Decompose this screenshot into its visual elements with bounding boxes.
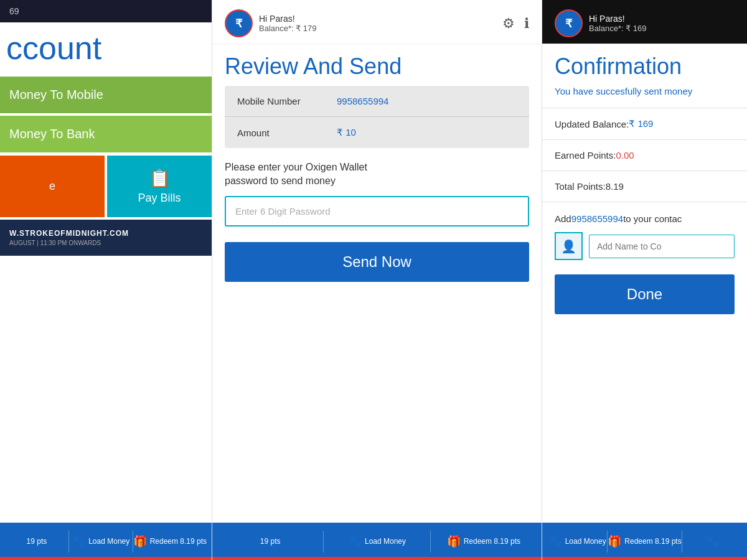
logo-area: ₹ Hi Paras! Balance*: ₹ 179 [225, 9, 317, 37]
promo-title: W.STROKEOFMIDNIGHT.COM [9, 229, 202, 238]
earned-points-value: 0.00 [616, 150, 634, 161]
success-text: You have succesfully sent money [542, 86, 747, 103]
rupee-icon: ₹ [235, 17, 242, 30]
panel2-redeem[interactable]: 🎁 Redeem 8.19 pts [431, 534, 537, 548]
panel3-bottom-bar: 🐾 Load Money 🎁 Redeem 8.19 pts 🐾 [542, 523, 747, 560]
divider3 [542, 170, 747, 171]
password-input[interactable] [225, 196, 529, 226]
info-icon[interactable]: ℹ [524, 16, 529, 32]
panel1-redeem[interactable]: 🎁 Redeem 8.19 pts [133, 534, 207, 548]
panel1-header-text: 69 [9, 6, 19, 16]
earned-points-row: Earned Points: 0.00 [542, 145, 747, 166]
password-section: Please enter your Oxigen Walletpassword … [212, 148, 542, 233]
red-line3 [542, 557, 747, 560]
money-to-bank-item[interactable]: Money To Bank [0, 116, 212, 152]
panel2-hi-text: Hi Paras! [259, 14, 317, 24]
panel1-menu: Money To Mobile Money To Bank [0, 73, 212, 156]
total-points-label: Total Points: [555, 181, 606, 192]
panel3-load-money[interactable]: 🐾 Load Money [547, 534, 607, 548]
total-points-row: Total Points: 8.19 [542, 176, 747, 197]
updated-balance-label: Updated Balance: [555, 119, 629, 129]
review-amount-row: Amount ₹ 10 [225, 117, 529, 148]
bill-icon: 📋 [149, 168, 171, 189]
updated-balance-value: ₹ 169 [629, 118, 653, 129]
load-icon3: 🐾 [548, 534, 562, 548]
contact-row: 👤 [555, 232, 735, 260]
redeem-icon3: 🎁 [608, 534, 621, 548]
redeem-icon2: 🎁 [447, 534, 461, 548]
red-line2 [212, 557, 542, 560]
sub-item-e[interactable]: e [0, 156, 105, 217]
review-box: Mobile Number 9958655994 Amount ₹ 10 [225, 86, 529, 148]
panel-review: ₹ Hi Paras! Balance*: ₹ 179 ⚙ ℹ Review A… [212, 0, 542, 560]
panel3-load-money2[interactable]: 🐾 [682, 534, 742, 548]
panel3-oxigen-logo: ₹ [555, 9, 583, 37]
panel2-pts: 19 pts [217, 537, 323, 546]
redeem-icon: 🎁 [133, 534, 147, 548]
load-icon2: 🐾 [348, 534, 362, 548]
panel2-balance: Balance*: ₹ 179 [259, 24, 317, 33]
mobile-label: Mobile Number [237, 96, 337, 106]
panel3-logo-area: ₹ Hi Paras! Balance*: ₹ 169 [555, 9, 647, 37]
earned-points-label: Earned Points: [555, 150, 616, 161]
money-to-mobile-item[interactable]: Money To Mobile [0, 77, 212, 113]
divider4 [542, 202, 747, 202]
panel3-redeem[interactable]: 🎁 Redeem 8.19 pts [608, 534, 681, 548]
password-label: Please enter your Oxigen Walletpassword … [225, 161, 529, 189]
amount-value: ₹ 10 [337, 127, 356, 138]
panel2-header: ₹ Hi Paras! Balance*: ₹ 179 ⚙ ℹ [212, 0, 542, 44]
rupee-icon2: ₹ [565, 17, 572, 30]
contact-avatar: 👤 [555, 232, 583, 260]
panel3-header: ₹ Hi Paras! Balance*: ₹ 169 [542, 0, 747, 44]
mobile-value: 9958655994 [337, 96, 388, 106]
oxigen-logo: ₹ [225, 9, 253, 37]
panel3-balance: Balance*: ₹ 169 [589, 24, 647, 33]
contact-name-input[interactable] [589, 235, 735, 258]
updated-balance-row: Updated Balance: ₹ 169 [542, 113, 747, 134]
panel2-load-money[interactable]: 🐾 Load Money [324, 534, 430, 548]
person-icon: 👤 [561, 239, 576, 254]
red-line [0, 557, 212, 560]
send-now-button[interactable]: Send Now [225, 242, 529, 282]
divider1 [542, 108, 747, 108]
panel3-title: Confirmation [542, 44, 747, 86]
panel2-title: Review And Send [212, 44, 542, 86]
panel1-pts: 19 pts [5, 537, 68, 546]
panel2-icons: ⚙ ℹ [502, 16, 529, 32]
done-button[interactable]: Done [555, 274, 735, 314]
settings-icon[interactable]: ⚙ [502, 16, 515, 32]
panel1-promo: W.STROKEOFMIDNIGHT.COM AUGUST | 11:30 PM… [0, 220, 212, 256]
panel3-user-info: Hi Paras! Balance*: ₹ 169 [589, 14, 647, 33]
divider2 [542, 139, 747, 140]
total-points-value: 8.19 [606, 181, 624, 192]
panel2-bottom-bar: 19 pts 🐾 Load Money 🎁 Redeem 8.19 pts [212, 523, 542, 560]
load-icon: 🐾 [72, 534, 85, 548]
panel1-bottom-bar: 19 pts 🐾 Load Money 🎁 Redeem 8.19 pts [0, 523, 212, 560]
panel-confirmation: ₹ Hi Paras! Balance*: ₹ 169 Confirmation… [542, 0, 747, 560]
panel2-user-info: Hi Paras! Balance*: ₹ 179 [259, 14, 317, 33]
load-icon4: 🐾 [705, 534, 719, 548]
add-contact-row: Add 9958655994 to your contac [542, 207, 747, 227]
panel1-sub-menu: e 📋 Pay Bills [0, 156, 212, 217]
panel1-load-money[interactable]: 🐾 Load Money [69, 534, 133, 548]
panel1-title: ccount [0, 22, 212, 73]
panel-account: 69 ccount Money To Mobile Money To Bank … [0, 0, 212, 560]
add-contact-number: 9958655994 [571, 213, 623, 224]
panel3-hi-text: Hi Paras! [589, 14, 647, 24]
review-mobile-row: Mobile Number 9958655994 [225, 86, 529, 117]
amount-label: Amount [237, 128, 337, 138]
promo-sub: AUGUST | 11:30 PM ONWARDS [9, 240, 202, 246]
panel1-header: 69 [0, 0, 212, 22]
pay-bills-item[interactable]: 📋 Pay Bills [107, 156, 212, 217]
